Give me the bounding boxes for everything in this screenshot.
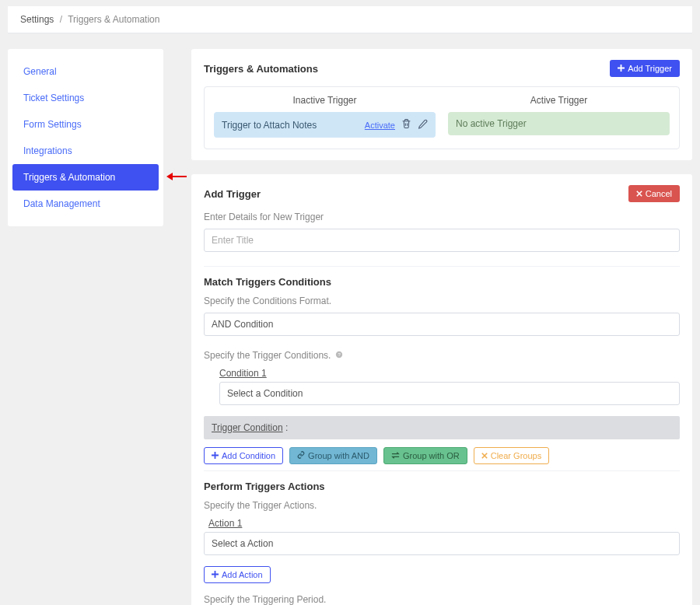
group-or-label: Group with OR [403,451,460,460]
sidebar-item-triggers-automation[interactable]: Triggers & Automation [12,164,159,191]
active-trigger-empty: No active Trigger [448,112,670,135]
close-icon [481,451,488,460]
trash-icon[interactable] [401,118,411,131]
add-trigger-label: Add Trigger [628,64,672,73]
add-condition-button[interactable]: Add Condition [204,447,283,464]
trigger-actions-label: Specify the Trigger Actions. [204,500,680,511]
breadcrumb-current: Triggers & Automation [68,14,159,25]
add-trigger-card: Add Trigger Cancel Enter Details for New… [191,174,692,605]
condition-1-label: Condition 1 [219,368,267,379]
sidebar-item-data-management[interactable]: Data Management [12,191,159,217]
inactive-trigger-header: Inactive Trigger [214,95,436,106]
cancel-button[interactable]: Cancel [628,185,680,202]
inactive-trigger-item: Trigger to Attach Notes Activate [214,112,436,138]
group-and-button[interactable]: Group with AND [289,447,377,464]
add-condition-label: Add Condition [222,451,275,460]
perform-actions-header: Perform Triggers Actions [204,481,680,492]
sidebar-item-form-settings[interactable]: Form Settings [12,111,159,138]
add-trigger-button[interactable]: Add Trigger [610,60,680,77]
breadcrumb-separator: / [60,14,62,25]
conditions-format-label: Specify the Conditions Format. [204,296,680,306]
plus-icon [212,451,219,460]
breadcrumb: Settings / Triggers & Automation [8,6,692,33]
group-and-label: Group with AND [308,451,369,460]
add-trigger-title: Add Trigger [204,188,261,200]
active-trigger-header: Active Trigger [448,95,670,106]
settings-sidebar: General Ticket Settings Form Settings In… [8,49,163,226]
trigger-title-input[interactable] [204,229,680,252]
arrow-indicator [166,173,187,180]
sidebar-item-ticket-settings[interactable]: Ticket Settings [12,85,159,111]
group-or-button[interactable]: Group with OR [383,447,467,464]
action-1-label: Action 1 [208,518,242,529]
specify-conditions-label: Specify the Trigger Conditions. ? [204,350,680,361]
action-1-select[interactable]: Select a Action [204,532,680,555]
swap-icon [391,451,400,460]
trigger-condition-bar: Trigger Condition : [204,416,680,439]
activate-link[interactable]: Activate [365,121,395,130]
plus-icon [618,64,625,73]
no-active-trigger-text: No active Trigger [456,118,527,129]
sidebar-item-general[interactable]: General [12,58,159,85]
cancel-label: Cancel [646,189,672,198]
info-icon[interactable]: ? [335,350,343,361]
sidebar-item-integrations[interactable]: Integrations [12,138,159,164]
edit-icon[interactable] [418,119,428,131]
match-conditions-header: Match Triggers Conditions [204,276,680,288]
clear-groups-button[interactable]: Clear Groups [474,447,549,464]
clear-groups-label: Clear Groups [491,451,541,460]
close-icon [636,189,642,198]
triggers-automations-card: Triggers & Automations Add Trigger Inact… [191,49,692,160]
condition-1-select[interactable]: Select a Condition [219,382,680,405]
plus-icon [212,570,219,579]
link-icon [297,451,305,460]
add-trigger-subtitle: Enter Details for New Trigger [204,212,680,222]
breadcrumb-root[interactable]: Settings [20,14,54,25]
conditions-format-select[interactable]: AND Condition [204,313,680,336]
triggers-automations-title: Triggers & Automations [204,63,318,75]
triggering-period-label: Specify the Triggering Period. [204,594,680,605]
inactive-trigger-name: Trigger to Attach Notes [222,120,365,131]
add-action-label: Add Action [222,570,263,579]
add-action-button[interactable]: Add Action [204,566,271,583]
